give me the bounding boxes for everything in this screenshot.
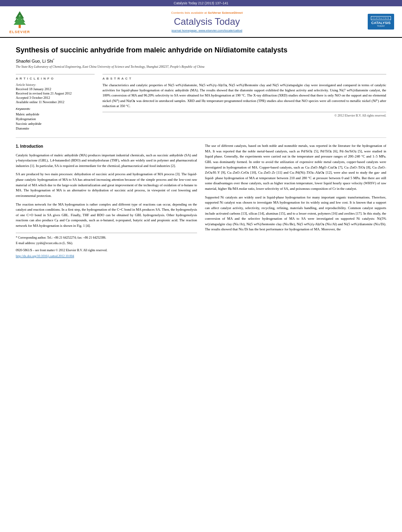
sciverse-link[interactable]: SciVerse ScienceDirect [208,11,243,15]
section-divider [16,137,386,138]
journal-header-center: Contents lists available at SciVerse Sci… [59,11,355,32]
journal-homepage-url[interactable]: www.elsevier.com/locate/cattod [199,29,242,32]
accepted-date: Accepted 3 October 2012 [16,96,50,100]
abstract-label: A B S T R A C T [102,77,386,80]
article-info-label: A R T I C L E I N F O [16,77,95,80]
keyword-1: Maleic anhydride [16,112,95,116]
catalysis-badge-area: iCATALYSIS CATALYSIS TODAY [359,14,394,30]
elsevier-text: ELSEVIER [9,30,30,34]
history-label: Article history: [16,83,55,87]
available-row: Available online 11 November 2012 [16,100,95,104]
article-history: Article history: Received 18 January 201… [16,83,95,104]
journal-citation-text: Catalysis Today 212 (2013) 137–141 [174,1,228,5]
footnote-doi: http://dx.doi.org/10.1016/j.cattod.2012.… [16,254,197,259]
article-authors: Shaofei Guo, Li Shi* [16,58,386,63]
author-asterisk: * [53,58,54,61]
catalysis-badge: iCATALYSIS CATALYSIS TODAY [368,14,394,30]
abstract-text: The characteristics and catalytic proper… [102,83,386,109]
abstract-section: A B S T R A C T The characteristics and … [102,74,386,131]
body-col-right: The use of different catalysts, based on… [205,143,386,260]
journal-citation-bar: Catalysis Today 212 (2013) 137–141 [0,0,402,6]
article-affiliation: The State Key Laboratory of Chemical Eng… [16,65,386,69]
keywords-section: Keywords: Maleic anhydride Hydrogenation… [16,107,95,130]
article-title: Synthesis of succinic anhydride from mal… [16,46,386,55]
elsevier-logo: ELSEVIER [8,9,32,34]
received-revised-row: Received in revised form 21 August 2012 [16,91,95,95]
history-label-row: Article history: [16,83,95,87]
footnote-asterisk: * Corresponding author. Tel.: +86 21 642… [16,235,197,240]
keyword-2: Hydrogenation [16,117,95,121]
body-col-left: 1. Introduction Catalytic hydrogenation … [16,143,197,260]
badge-title: CATALYSIS [371,21,391,25]
badge-sub: TODAY [377,25,385,27]
keyword-3: Succinic anhydride [16,122,95,126]
article-info-abstract: A R T I C L E I N F O Article history: R… [16,74,386,131]
journal-homepage-line: journal homepage: www.elsevier.com/locat… [171,29,242,32]
article-info-section: A R T I C L E I N F O Article history: R… [16,74,95,131]
received-revised-date: Received in revised form 21 August 2012 [16,91,72,95]
badge-icon-text: iCATALYSIS [371,16,391,20]
body-paragraph-2: SA are produced by two main processes: d… [16,172,197,198]
svg-point-6 [21,19,22,20]
journal-title: Catalysis Today [174,16,240,27]
body-paragraph-1: Catalytic hydrogenation of maleic anhydr… [16,153,197,169]
elsevier-tree-icon [8,9,32,29]
svg-point-4 [19,15,20,17]
footnote-issn: 0920-5861/$ – see front matter © 2012 El… [16,248,197,253]
elsevier-logo-area: ELSEVIER [8,9,55,34]
available-date: Available online 11 November 2012 [16,100,64,104]
keywords-label: Keywords: [16,107,95,111]
copyright-line: © 2012 Elsevier B.V. All rights reserved… [102,112,386,117]
body-columns: 1. Introduction Catalytic hydrogenation … [16,143,386,260]
journal-header: ELSEVIER Contents lists available at Sci… [0,6,402,38]
body-paragraph-3: The reaction network for the MA hydrogen… [16,202,197,229]
svg-point-5 [17,19,18,20]
body-paragraph-right-1: The use of different catalysts, based on… [205,143,386,192]
body-paragraph-right-2: Supported Ni catalysts are widely used i… [205,195,386,232]
footnote-doi-link[interactable]: http://dx.doi.org/10.1016/j.cattod.2012.… [16,254,74,258]
received-row: Received 18 January 2012 [16,87,95,91]
section1-heading: 1. Introduction [16,143,197,150]
footnote-area: * Corresponding author. Tel.: +86 21 642… [16,233,197,259]
received-date: Received 18 January 2012 [16,87,51,91]
keyword-4: Diatomite [16,126,95,130]
footnote-email: E-mail address: yyshi@ecust.edu.cn (L. S… [16,241,197,246]
sciverse-line: Contents lists available at SciVerse Sci… [171,11,242,15]
article-content: Synthesis of succinic anhydride from mal… [0,38,402,267]
accepted-row: Accepted 3 October 2012 [16,96,95,100]
